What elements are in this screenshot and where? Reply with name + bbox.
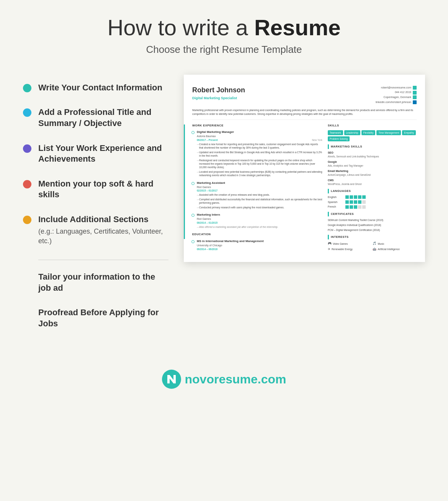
edu-1-dates: 06/2014 – 06/2016 bbox=[197, 247, 322, 251]
interests-title: INTERESTS bbox=[331, 235, 349, 239]
teal-line-certs bbox=[328, 212, 329, 216]
step-6-spacer bbox=[23, 272, 31, 280]
novo-logo: novoresume.com bbox=[162, 370, 286, 389]
step-4: Mention your top soft & hard skills bbox=[23, 178, 168, 200]
resume-job-title: Digital Marketing Specialist bbox=[192, 96, 245, 101]
job-2-bullet-1: Assisted with the creation of press rele… bbox=[197, 193, 322, 196]
resume-right-col: SKILLS Teamwork Leadership Flexibility T… bbox=[328, 124, 417, 251]
mskill-cms: CMS WordPress, Joomla and Ghost bbox=[328, 178, 417, 186]
skills-title: SKILLS bbox=[328, 124, 417, 128]
marketing-skills-header: MARKETING SKILLS bbox=[328, 144, 417, 149]
footer: novoresume.com bbox=[23, 362, 425, 396]
job-3: Marketing Intern Riot Games 08/2014 – 01… bbox=[192, 213, 322, 229]
step-2-dot bbox=[23, 108, 31, 117]
novo-logo-icon bbox=[162, 370, 181, 389]
resume-name: Robert Johnson bbox=[192, 85, 245, 95]
job-2-title: Marketing Assistant bbox=[197, 181, 322, 185]
music-icon: 🎵 bbox=[373, 241, 376, 246]
certs-title: CERTIFICATES bbox=[331, 212, 354, 216]
main-content: Write Your Contact Information Add a Pro… bbox=[23, 75, 425, 343]
interests-header: INTERESTS bbox=[328, 235, 417, 239]
interest-video-games: 🎮 Video Games bbox=[328, 241, 372, 246]
cert-2: Google Analytics Individual Qualificatio… bbox=[328, 223, 417, 227]
page-title: How to write a Resume bbox=[23, 15, 425, 40]
step-3-dot bbox=[23, 144, 31, 153]
steps-panel: Write Your Contact Information Add a Pro… bbox=[23, 75, 168, 343]
email-icon bbox=[413, 86, 417, 90]
job-1-location: New York bbox=[312, 138, 322, 142]
job-1-bullet-2: Updated and monitored the Bid Strategy i… bbox=[197, 151, 322, 158]
job-1-bullet-3: Redesigned and conducted keyword researc… bbox=[197, 159, 322, 169]
step-1-dot bbox=[23, 84, 31, 92]
work-exp-title: WORK EXPERIENCE bbox=[192, 124, 322, 128]
step-4-text: Mention your top soft & hard skills bbox=[38, 178, 168, 200]
education-title: EDUCATION bbox=[192, 232, 322, 237]
lang-spanish-bars bbox=[345, 200, 366, 204]
step-4-dot bbox=[23, 180, 31, 188]
job-2: Marketing Assistant Riot Games 02/2015 –… bbox=[192, 181, 322, 209]
job-3-dates: 08/2014 – 01/2015 bbox=[197, 221, 322, 224]
phone-icon bbox=[413, 91, 417, 95]
job-1-dates: 06/2017 – Present bbox=[197, 138, 218, 142]
certs-header: CERTIFICATES bbox=[328, 212, 417, 216]
renewable-icon: ✈ bbox=[328, 247, 330, 251]
resume-left-col: WORK EXPERIENCE Digital Marketing Manage… bbox=[192, 124, 322, 251]
step-divider bbox=[38, 260, 168, 260]
skills-tags: Teamwork Leadership Flexibility Time Man… bbox=[328, 130, 417, 141]
job-1-title: Digital Marketing Manager bbox=[197, 130, 322, 134]
resume-name-block: Robert Johnson Digital Marketing Special… bbox=[192, 85, 245, 101]
teal-line-interests bbox=[328, 235, 329, 239]
job-2-bullet-2: Compiled and distributed successfully th… bbox=[197, 198, 322, 205]
edu-1-dot bbox=[191, 240, 195, 243]
job-3-company: Riot Games bbox=[197, 217, 322, 221]
lang-english-bars bbox=[345, 195, 366, 199]
resume-left-accent bbox=[184, 124, 185, 239]
languages-header: LANGUAGES bbox=[328, 189, 417, 193]
languages-title: LANGUAGES bbox=[331, 189, 351, 193]
page-wrapper: How to write a Resume Choose the right R… bbox=[0, 0, 448, 416]
cert-3: PCM – Digital Management Certification (… bbox=[328, 228, 417, 232]
job-1-company: Astoria Baumax bbox=[197, 134, 322, 138]
job-3-title: Marketing Intern bbox=[197, 213, 322, 217]
mskill-seo: SEO Ahrefs, Semrush and Link-building Te… bbox=[328, 151, 417, 158]
step-6: Tailor your information to the job ad bbox=[23, 272, 168, 293]
edu-1-school: University of Chicago bbox=[197, 244, 322, 247]
resume-header-row: Robert Johnson Digital Marketing Special… bbox=[192, 85, 417, 105]
ai-icon: 🤖 bbox=[373, 247, 376, 251]
job-2-company: Riot Games bbox=[197, 185, 322, 189]
skill-problem-solving: Problem Solving bbox=[328, 136, 350, 141]
edu-1: MS in International Marketing and Manage… bbox=[192, 239, 322, 251]
interest-ai: 🤖 Artificial Intelligence bbox=[373, 247, 417, 251]
resume-two-col: WORK EXPERIENCE Digital Marketing Manage… bbox=[192, 124, 417, 251]
page-subtitle: Choose the right Resume Template bbox=[23, 44, 425, 56]
marketing-skills-title: MARKETING SKILLS bbox=[331, 145, 362, 149]
mskill-email: Email Marketing ActiveCampaign, Litmus a… bbox=[328, 169, 417, 177]
lang-spanish: Spanish bbox=[328, 200, 417, 204]
page-header: How to write a Resume Choose the right R… bbox=[23, 15, 425, 56]
interest-grid: 🎮 Video Games 🎵 Music ✈ Renewable Energy bbox=[328, 241, 417, 251]
resume-preview: Robert Johnson Digital Marketing Special… bbox=[184, 75, 425, 262]
skill-flexibility: Flexibility bbox=[361, 130, 376, 135]
mskill-google: Google Ads, Analytics and Tag Manager bbox=[328, 160, 417, 167]
job-1-bullet-1: Created a new format for reporting and p… bbox=[197, 142, 322, 150]
job-2-bullet-3: Conducted primary research with users pl… bbox=[197, 206, 322, 209]
novo-brand-text: novoresume.com bbox=[185, 372, 286, 386]
step-3-text: List Your Work Experience and Achievemen… bbox=[38, 143, 168, 165]
resume-summary: Marketing professional with proven exper… bbox=[192, 108, 417, 120]
job-1-bullet-4: Located and proposed new potential busin… bbox=[197, 170, 322, 177]
step-7-spacer bbox=[23, 307, 31, 316]
contact-linkedin: linkedin.com/in/robert.johnson bbox=[376, 100, 417, 105]
contact-email: robert@novoresume.com bbox=[376, 85, 417, 90]
lang-english: English bbox=[328, 195, 417, 199]
step-2: Add a Professional Title and Summary / O… bbox=[23, 107, 168, 129]
cert-1: SEMrush Content Marketing Toolkit Course… bbox=[328, 218, 417, 222]
step-1: Write Your Contact Information bbox=[23, 82, 168, 93]
edu-1-degree: MS in International Marketing and Manage… bbox=[197, 239, 322, 244]
step-7-text: Proofread Before Applying for Jobs bbox=[38, 307, 168, 329]
contact-location: Copenhagen, Denmark bbox=[376, 95, 417, 100]
contact-phone: 044 412 2019 bbox=[376, 90, 417, 95]
video-games-icon: 🎮 bbox=[328, 241, 332, 246]
job-1-dot bbox=[191, 131, 195, 134]
linkedin-icon bbox=[413, 100, 417, 104]
resume-contact-block: robert@novoresume.com 044 412 2019 Copen… bbox=[376, 85, 417, 105]
